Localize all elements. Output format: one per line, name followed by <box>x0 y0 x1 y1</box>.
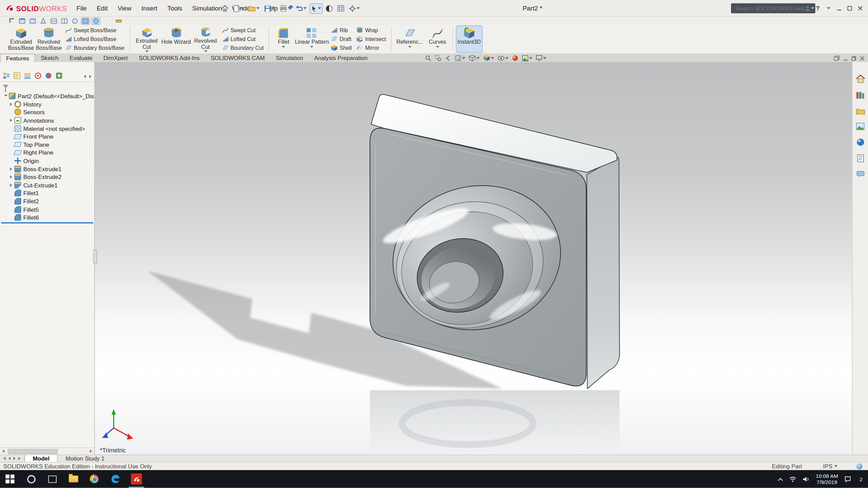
rib-button[interactable]: Rib <box>329 26 354 35</box>
tree-item-cut-extrude1[interactable]: Cut-Extrude1 <box>0 181 94 189</box>
toolbar-icon-4[interactable] <box>39 18 47 24</box>
action-center-button[interactable] <box>844 475 851 482</box>
edge-taskbar-button[interactable] <box>109 472 122 486</box>
last-tab-icon[interactable] <box>18 457 21 460</box>
rollback-bar[interactable] <box>1 222 93 223</box>
tree-item-fillet1[interactable]: Fillet1 <box>0 189 94 197</box>
network-icon[interactable] <box>789 476 796 482</box>
lofted-boss-button[interactable]: Lofted Boss/Base <box>63 35 126 43</box>
mirror-button[interactable]: Mirror <box>355 44 388 52</box>
tab-evaluate[interactable]: Evaluate <box>64 54 98 62</box>
help-dropdown-icon[interactable] <box>824 3 833 13</box>
options-gear-button[interactable] <box>348 4 361 13</box>
model-tab[interactable]: Model <box>24 455 58 462</box>
shell-button[interactable]: Shell <box>329 44 354 52</box>
menu-tools[interactable]: Tools <box>162 0 187 16</box>
tree-item-origin[interactable]: Origin <box>0 157 94 165</box>
prev-tab-icon[interactable] <box>8 457 11 460</box>
menu-file[interactable]: File <box>72 0 92 16</box>
tree-item-sensors[interactable]: Sensors <box>0 108 94 116</box>
doc-restore-icon[interactable] <box>851 53 856 63</box>
cascade-windows-icon[interactable] <box>834 53 840 63</box>
toolbar-icon-6[interactable] <box>60 18 68 24</box>
tree-item-history[interactable]: History <box>0 100 94 108</box>
fillet-button[interactable]: Fillet <box>273 26 295 52</box>
tree-item-fillet5[interactable]: Fillet5 <box>0 205 94 214</box>
tab-dimxpert[interactable]: DimXpert <box>98 54 133 62</box>
view-orientation-icon[interactable] <box>469 54 480 61</box>
wrap-button[interactable]: Wrap <box>355 26 388 35</box>
menu-edit[interactable]: Edit <box>92 0 113 16</box>
table-button[interactable] <box>336 4 346 13</box>
zoom-area-icon[interactable] <box>435 55 441 61</box>
tab-sketch[interactable]: Sketch <box>35 54 64 62</box>
tab-cam[interactable]: SOLIDWORKS CAM <box>205 54 270 62</box>
tab-addins[interactable]: SOLIDWORKS Add-Ins <box>133 54 205 62</box>
graphics-viewport[interactable]: *Trimetric <box>95 62 852 454</box>
previous-view-icon[interactable] <box>445 55 452 61</box>
start-button[interactable] <box>3 472 17 486</box>
save-button[interactable] <box>263 4 276 13</box>
design-library-icon[interactable] <box>856 91 865 101</box>
render-sphere-button[interactable] <box>324 4 334 13</box>
tab-simulation[interactable]: Simulation <box>270 54 309 62</box>
file-explorer-icon[interactable] <box>855 107 865 117</box>
volume-icon[interactable] <box>803 476 810 482</box>
solidworks-resources-icon[interactable] <box>855 74 865 85</box>
tree-item-front-plane[interactable]: Front Plane <box>0 133 94 141</box>
open-button[interactable] <box>247 4 261 13</box>
custom-properties-icon[interactable] <box>856 154 864 165</box>
view-settings-icon[interactable] <box>536 55 546 61</box>
doc-close-icon[interactable] <box>860 53 865 63</box>
tree-root-part2[interactable]: Part2 (Default<<Default>_Display <box>0 92 94 100</box>
apply-scene-icon[interactable] <box>522 55 532 61</box>
3d-model-canvas[interactable] <box>95 62 852 454</box>
draft-button[interactable]: Draft <box>329 35 354 43</box>
panel-tab-scroll-left-icon[interactable] <box>84 75 86 78</box>
unit-system-selector[interactable]: IPS <box>823 463 837 470</box>
print-button[interactable] <box>278 4 292 13</box>
notification-badge[interactable]: 2 <box>857 475 865 483</box>
display-manager-tab-icon[interactable] <box>45 72 52 81</box>
motion-study-tab[interactable]: Motion Study 1 <box>58 455 112 462</box>
panel-splitter-handle[interactable] <box>93 249 97 264</box>
tree-item-material[interactable]: Material <not specified> <box>0 124 94 133</box>
toolbar-icon-5[interactable] <box>50 18 58 24</box>
help-button[interactable]: ? <box>813 3 823 13</box>
appearances-icon[interactable] <box>856 138 865 148</box>
edit-appearance-icon[interactable] <box>512 55 519 61</box>
lofted-cut-button[interactable]: Lofted Cut <box>220 35 265 43</box>
hide-show-items-icon[interactable] <box>497 55 509 61</box>
undo-button[interactable] <box>295 4 308 13</box>
linear-pattern-button[interactable]: Linear Pattern <box>296 26 328 52</box>
property-manager-tab-icon[interactable] <box>13 72 20 81</box>
tree-item-fillet6[interactable]: Fillet6 <box>0 214 94 222</box>
maximize-button[interactable] <box>845 3 854 13</box>
tree-item-right-plane[interactable]: Right Plane <box>0 149 94 157</box>
boundary-cut-button[interactable]: Boundary Cut <box>220 44 265 52</box>
instant3d-button[interactable]: Instant3D <box>456 26 482 52</box>
swept-boss-button[interactable]: Swept Boss/Base <box>63 26 126 35</box>
show-hidden-icons-button[interactable] <box>777 477 783 481</box>
first-tab-icon[interactable] <box>3 457 6 460</box>
user-account-icon[interactable] <box>803 3 812 13</box>
taskbar-clock[interactable]: 10:08 AM 7/9/2019 <box>816 473 838 485</box>
menu-view[interactable]: View <box>113 0 136 16</box>
new-document-button[interactable] <box>232 4 245 13</box>
reference-geometry-button[interactable]: Referenc... <box>395 26 425 52</box>
solidworks-taskbar-button[interactable] <box>130 472 143 486</box>
cortana-button[interactable] <box>24 472 38 486</box>
tree-item-boss-extrude1[interactable]: Boss-Extrude1 <box>0 165 94 173</box>
tab-features[interactable]: Features <box>0 54 35 62</box>
select-tool-button[interactable] <box>310 4 322 13</box>
configuration-manager-tab-icon[interactable] <box>24 72 31 81</box>
hole-wizard-button[interactable]: Hole Wizard <box>161 26 191 52</box>
section-view-icon[interactable] <box>455 55 465 61</box>
curves-button[interactable]: Curves <box>426 26 449 52</box>
scrollbar-thumb[interactable] <box>8 449 58 454</box>
file-explorer-taskbar-button[interactable] <box>66 472 80 486</box>
minimize-button[interactable] <box>834 3 844 13</box>
dimxpert-manager-tab-icon[interactable] <box>34 72 41 81</box>
tree-horizontal-scrollbar[interactable] <box>0 447 94 454</box>
toolbar-icon-3[interactable] <box>29 18 37 24</box>
